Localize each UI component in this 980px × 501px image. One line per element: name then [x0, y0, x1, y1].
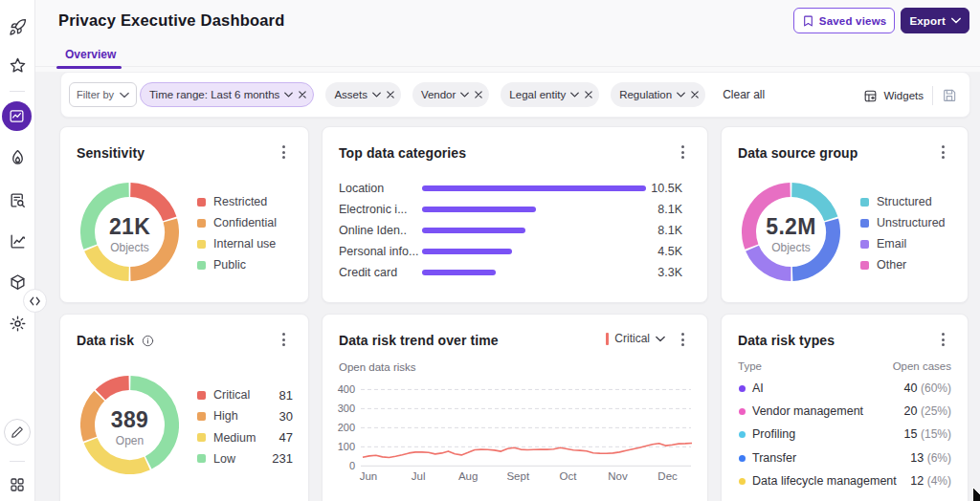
- legend-item: Other: [860, 258, 956, 272]
- legend-label: Internal use: [213, 237, 276, 250]
- rocket-icon[interactable]: [8, 17, 27, 36]
- type-value: 20 (25%): [904, 404, 951, 418]
- y-tick-label: 200: [338, 422, 355, 433]
- kebab-menu-icon[interactable]: [936, 331, 949, 348]
- trend-line: [363, 444, 692, 458]
- save-view-icon[interactable]: [942, 88, 957, 103]
- sidebar-divider: [10, 461, 25, 462]
- pencil-icon[interactable]: [4, 419, 31, 446]
- legend-item: Unstructured: [860, 216, 956, 229]
- donut-segment-critical: [100, 383, 129, 395]
- kebab-menu-icon[interactable]: [277, 143, 290, 161]
- kebab-menu-icon[interactable]: [676, 143, 689, 161]
- filter-by-select[interactable]: Filter by: [69, 82, 137, 107]
- app-window: Privacy Executive Dashboard Saved views …: [0, 0, 980, 501]
- legend-item: Internal use: [197, 237, 293, 250]
- close-icon[interactable]: [299, 91, 306, 98]
- legend-value: 30: [279, 409, 293, 424]
- filter-chips: Time range: Last 6 monthsAssetsVendorLeg…: [140, 82, 705, 107]
- legend-swatch: [860, 219, 869, 228]
- legend-swatch: [197, 240, 206, 249]
- cube-icon[interactable]: [8, 272, 27, 292]
- type-color-dot: [739, 478, 746, 485]
- legend-item: Structured: [860, 195, 956, 208]
- x-tick-label: Sept: [506, 470, 529, 482]
- legend-value: 47: [279, 430, 293, 445]
- dashboards-icon: [9, 108, 25, 124]
- sidebar-divider: [10, 91, 25, 92]
- chevron-down-icon[interactable]: [460, 92, 469, 98]
- x-tick-label: Aug: [458, 470, 478, 482]
- kebab-menu-icon[interactable]: [277, 331, 290, 348]
- card-data-risk: Data risk 389 Open Critical81High30Mediu…: [59, 314, 309, 501]
- donut-center-value: 389: [82, 407, 178, 433]
- export-button[interactable]: Export: [901, 8, 969, 33]
- bar-value: 4.5K: [657, 245, 682, 258]
- bar-label: Personal info...: [339, 245, 418, 258]
- trend-chart-icon[interactable]: [8, 231, 27, 250]
- card-top-data-categories: Top data categories Location10.5KElectro…: [322, 126, 708, 303]
- chevron-down-icon[interactable]: [677, 92, 685, 98]
- widgets-icon: [863, 89, 878, 103]
- type-color-dot: [739, 408, 746, 415]
- card-title: Data risk: [77, 333, 154, 348]
- tab-overview[interactable]: Overview: [62, 41, 119, 67]
- clear-all-button[interactable]: Clear all: [723, 88, 765, 101]
- x-tick-label: Oct: [559, 470, 577, 482]
- tab-bar: Overview: [35, 41, 980, 67]
- close-icon[interactable]: [475, 91, 482, 98]
- legend-swatch: [197, 454, 206, 463]
- widgets-button[interactable]: Widgets: [863, 89, 924, 103]
- gear-icon[interactable]: [8, 314, 27, 333]
- divider: [932, 86, 933, 105]
- saved-views-button[interactable]: Saved views: [793, 8, 896, 33]
- bar-label: Credit card: [339, 266, 397, 279]
- type-label: Data lifecycle management: [752, 474, 897, 488]
- x-tick-label: Nov: [608, 470, 628, 482]
- legend-label: Email: [877, 237, 906, 250]
- legend-value: 231: [272, 451, 293, 466]
- risk-type-row: Vendor management20 (25%): [738, 404, 951, 420]
- document-search-icon[interactable]: [8, 190, 27, 209]
- donut-center-value: 21K: [82, 214, 178, 240]
- filter-chip[interactable]: Assets: [325, 82, 401, 107]
- legend-label: Low: [213, 452, 235, 466]
- filter-chip[interactable]: Time range: Last 6 months: [140, 82, 314, 107]
- bar: [422, 270, 646, 275]
- type-color-dot: [739, 455, 746, 462]
- close-icon[interactable]: [585, 91, 592, 98]
- legend-item: Critical81: [197, 388, 293, 402]
- chevron-down-icon[interactable]: [570, 92, 579, 98]
- filter-chip[interactable]: Regulation: [611, 82, 705, 107]
- legend-swatch: [860, 261, 869, 270]
- star-icon[interactable]: [8, 55, 27, 75]
- type-value: 13 (6%): [910, 451, 951, 465]
- legend-item: Email: [860, 237, 956, 250]
- bar-row: Credit card3.3K: [339, 265, 682, 280]
- sidebar-collapse-handle[interactable]: [23, 289, 47, 313]
- type-label: Transfer: [752, 451, 796, 465]
- filter-chip[interactable]: Vendor: [412, 82, 489, 107]
- donut-center-label: Open: [82, 434, 178, 447]
- kebab-menu-icon[interactable]: [936, 143, 949, 161]
- donut-center-value: 5.2M: [744, 214, 839, 240]
- card-title: Data risk types: [738, 333, 835, 348]
- info-icon[interactable]: [142, 335, 154, 347]
- filter-chip[interactable]: Legal entity: [501, 82, 599, 107]
- flame-icon[interactable]: [8, 148, 27, 167]
- y-tick-label: 100: [338, 441, 355, 452]
- donut-center-label: Objects: [82, 241, 178, 254]
- app-grid-icon[interactable]: [8, 475, 27, 494]
- sidebar-item-dashboards[interactable]: [2, 101, 32, 131]
- legend-label: Other: [877, 258, 906, 272]
- bar-value: 3.3K: [657, 266, 682, 279]
- close-icon[interactable]: [691, 91, 699, 98]
- legend-label: Public: [213, 258, 246, 272]
- bar-row: Online Iden..8.1K: [339, 223, 682, 238]
- legend-swatch: [197, 412, 206, 421]
- chevron-down-icon[interactable]: [372, 92, 381, 98]
- close-icon[interactable]: [387, 91, 394, 98]
- type-color-dot: [739, 385, 746, 392]
- chevron-down-icon[interactable]: [284, 92, 293, 98]
- legend-swatch: [197, 198, 206, 207]
